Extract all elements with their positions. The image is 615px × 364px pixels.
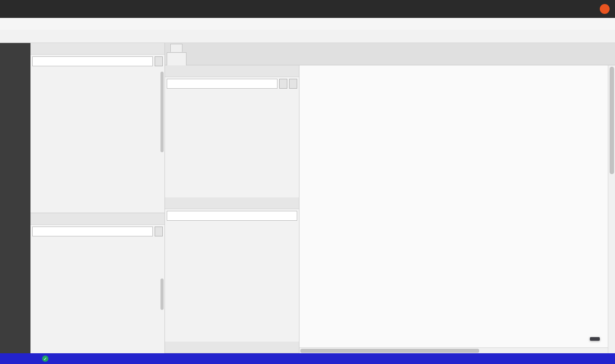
columns-list — [165, 90, 299, 93]
close-button[interactable] — [600, 4, 610, 14]
columns-section — [165, 65, 299, 197]
dbgate-window: ✓ — [0, 0, 615, 364]
connections-refresh-button[interactable] — [155, 56, 163, 66]
data-grid-area — [299, 65, 615, 353]
columns-search-input[interactable] — [167, 79, 277, 89]
hide-button[interactable] — [279, 79, 287, 89]
horizontal-scrollbar[interactable] — [299, 347, 608, 353]
toolbar — [0, 30, 615, 43]
tables-section — [30, 213, 165, 353]
tab-invoice[interactable] — [167, 52, 186, 65]
references-section — [165, 197, 299, 353]
horizontal-scrollbar-thumb[interactable] — [300, 349, 479, 353]
connections-header — [30, 43, 165, 55]
tables-refresh-button[interactable] — [155, 227, 163, 236]
structure-panel — [165, 65, 299, 353]
titlebar — [0, 0, 615, 18]
vertical-scrollbar-thumb[interactable] — [610, 67, 614, 174]
tables-list — [30, 238, 165, 353]
references-header — [165, 197, 299, 209]
tables-scrollbar[interactable] — [160, 278, 164, 310]
connections-list — [30, 68, 165, 213]
vertical-scrollbar[interactable] — [608, 65, 615, 353]
references-search-input[interactable] — [167, 211, 297, 221]
connections-section — [30, 43, 165, 213]
tables-header — [30, 213, 165, 225]
left-panel — [30, 43, 165, 353]
tables-search-input[interactable] — [32, 227, 153, 236]
columns-header — [165, 65, 299, 77]
connections-scrollbar[interactable] — [160, 72, 164, 152]
tab-strip — [165, 43, 615, 65]
tab-group-chinook[interactable] — [170, 44, 182, 52]
show-button[interactable] — [289, 79, 297, 89]
macros-header — [165, 342, 299, 353]
icon-sidebar — [0, 43, 30, 353]
statusbar: ✓ — [0, 353, 615, 364]
statusbar-status[interactable]: ✓ — [42, 355, 51, 362]
menubar — [0, 18, 615, 30]
selection-stats-tooltip — [590, 337, 600, 341]
connections-search-input[interactable] — [32, 56, 153, 66]
connected-check-icon: ✓ — [42, 355, 48, 362]
